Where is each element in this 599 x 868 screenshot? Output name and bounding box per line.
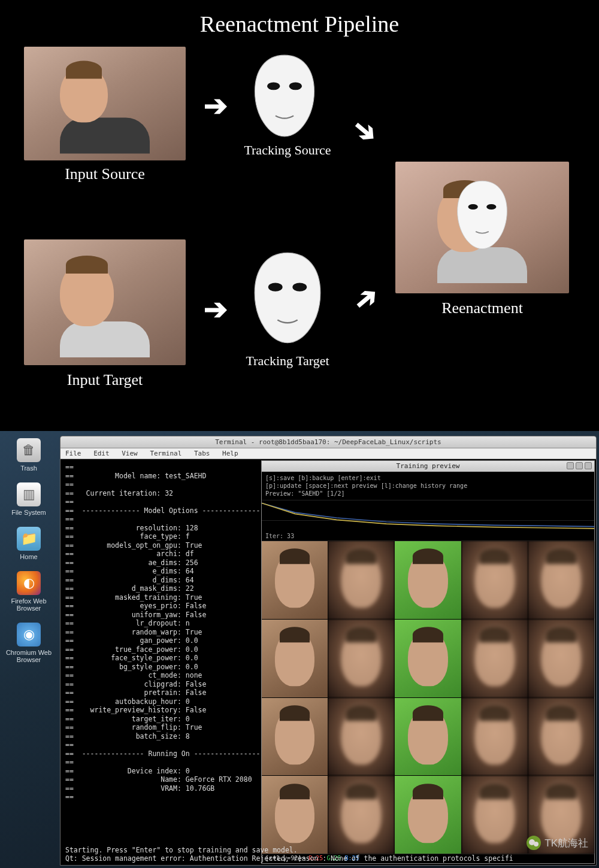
svg-point-1	[289, 82, 302, 90]
face-cell	[462, 541, 528, 619]
terminal-menubar: File Edit View Terminal Tabs Help	[60, 448, 596, 459]
wechat-icon	[527, 836, 541, 850]
face-cell	[528, 698, 594, 776]
training-preview-window[interactable]: Training preview [s]:save [b]:backup [en…	[261, 460, 595, 864]
svg-point-2	[268, 283, 283, 291]
disk-icon: ▥	[17, 482, 41, 506]
close-button[interactable]	[585, 462, 592, 469]
terminal-titlebar[interactable]: Terminal - root@8b1dd5baa170: ~/DeepFace…	[60, 436, 596, 448]
tracking-source-caption: Tracking Source	[231, 142, 344, 158]
icon-label: File System	[5, 509, 53, 516]
svg-point-5	[486, 204, 496, 210]
reenactment-diagram: Reenactment Pipeline Input Source ➔ Trac…	[0, 0, 599, 431]
desktop-icons: 🗑 Trash ▥ File System 📁 Home ◐ Firefox W…	[5, 438, 53, 674]
wechat-watermark: TK航海社	[527, 836, 588, 850]
face-cell	[528, 541, 594, 619]
desktop-icon-firefox[interactable]: ◐ Firefox Web Browser	[5, 571, 53, 612]
icon-label: Firefox Web Browser	[5, 597, 53, 612]
reenactment-photo	[395, 162, 569, 293]
terminal-output[interactable]: == == Model name: test_SAEHD == == Curre…	[60, 459, 261, 865]
preview-titlebar[interactable]: Training preview	[262, 461, 594, 472]
desktop-icon-file-system[interactable]: ▥ File System	[5, 482, 53, 516]
loss-chart: Iter: 33	[262, 500, 594, 541]
face-cell	[328, 620, 394, 697]
terminal-footer: Starting. Press "Enter" to stop training…	[65, 846, 591, 863]
menu-tabs[interactable]: Tabs	[194, 450, 210, 457]
preview-help-text: [s]:save [b]:backup [enter]:exit [p]:upd…	[262, 472, 594, 500]
input-target-caption: Input Target	[24, 371, 186, 389]
tracking-target-mask	[252, 251, 323, 344]
icon-label: Chromium Web Browser	[5, 649, 53, 663]
desktop-icon-home[interactable]: 📁 Home	[5, 527, 53, 560]
menu-view[interactable]: View	[122, 450, 138, 457]
firefox-icon: ◐	[17, 571, 41, 595]
input-source-caption: Input Source	[24, 165, 186, 183]
face-cell	[262, 620, 328, 697]
face-cell	[395, 541, 461, 619]
trash-icon: 🗑	[17, 438, 41, 462]
icon-label: Trash	[5, 465, 53, 472]
icon-label: Home	[5, 553, 53, 560]
maximize-button[interactable]	[576, 462, 583, 469]
menu-terminal[interactable]: Terminal	[150, 450, 181, 457]
face-cell	[328, 776, 394, 854]
iter-label: Iter: 33	[265, 533, 294, 539]
menu-file[interactable]: File	[65, 450, 81, 457]
input-target-photo	[24, 239, 186, 365]
chromium-icon: ◉	[17, 623, 41, 647]
folder-icon: 📁	[17, 527, 41, 551]
face-cell	[462, 776, 528, 854]
face-cell	[262, 776, 328, 854]
tracking-target-caption: Tracking Target	[231, 353, 344, 369]
preview-face-grid	[262, 541, 594, 854]
input-source-photo	[24, 47, 186, 160]
arrow-icon: ➔	[204, 292, 228, 326]
tracking-source-mask	[252, 54, 317, 138]
desktop-icon-trash[interactable]: 🗑 Trash	[5, 438, 53, 472]
watermark-text: TK航海社	[544, 836, 588, 850]
svg-point-0	[267, 82, 280, 90]
linux-desktop: 🗑 Trash ▥ File System 📁 Home ◐ Firefox W…	[0, 431, 599, 868]
reenactment-caption: Reenactment	[395, 299, 569, 317]
menu-help[interactable]: Help	[222, 450, 238, 457]
face-cell	[262, 541, 328, 619]
menu-edit[interactable]: Edit	[93, 450, 110, 457]
minimize-button[interactable]	[567, 462, 574, 469]
desktop-icon-chromium[interactable]: ◉ Chromium Web Browser	[5, 623, 53, 663]
arrow-icon: ➔	[204, 89, 228, 122]
face-cell	[462, 698, 528, 776]
face-cell	[262, 698, 328, 776]
face-cell	[395, 698, 461, 776]
svg-point-3	[292, 283, 307, 291]
face-cell	[462, 620, 528, 697]
face-cell	[328, 541, 394, 619]
face-cell	[528, 620, 594, 697]
terminal-window[interactable]: Terminal - root@8b1dd5baa170: ~/DeepFace…	[60, 436, 597, 866]
svg-point-4	[468, 204, 478, 210]
arrow-icon: ➔	[346, 278, 386, 319]
face-cell	[395, 776, 461, 854]
arrow-icon: ➔	[346, 110, 386, 151]
face-cell	[328, 698, 394, 776]
face-cell	[395, 620, 461, 697]
preview-title-text: Training preview	[397, 462, 460, 470]
diagram-title: Reenactment Pipeline	[0, 11, 599, 37]
